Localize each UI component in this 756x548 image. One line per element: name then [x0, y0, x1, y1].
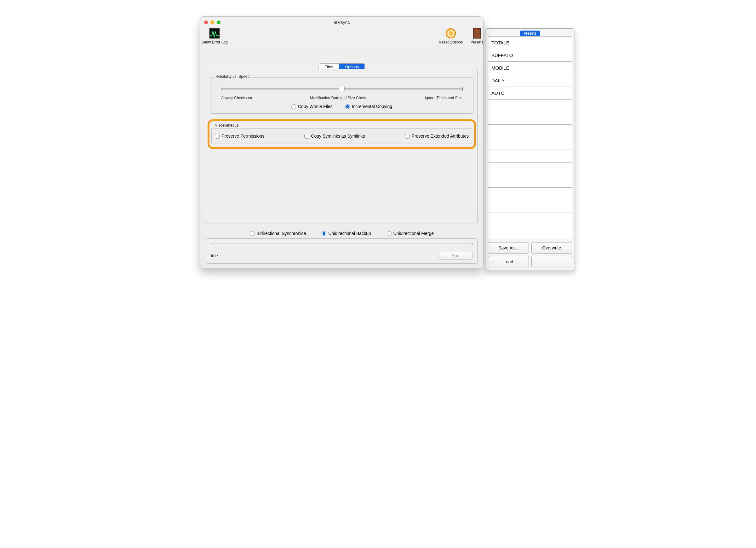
presets-toolbar-button[interactable]: Presets — [467, 26, 486, 44]
preset-item[interactable]: TOTALE — [488, 37, 572, 49]
slider-label-right: Ignore Times and Size — [425, 96, 462, 100]
miscellaneous-group-title: Miscellaneous — [211, 123, 472, 128]
main-window: arRsync Show Error Log Reset Options Pre… — [200, 16, 484, 268]
presets-panel-title: Presets — [520, 31, 540, 36]
slider-label-left: Always Checksum — [221, 96, 252, 100]
progress-bar — [211, 243, 473, 245]
slider-label-mid: Modification Date and Size Check — [310, 96, 367, 100]
presets-list: TOTALE BUFFALO MOBILE DAILY AUTO — [488, 36, 572, 239]
preset-save-as-button[interactable]: Save As... — [488, 242, 529, 254]
preset-item-empty[interactable] — [488, 125, 572, 137]
preset-overwrite-button[interactable]: Overwrite — [531, 242, 572, 254]
preset-item-empty[interactable] — [488, 112, 572, 125]
incremental-copying-radio[interactable]: Incremental Copying — [345, 104, 392, 109]
slider-thumb[interactable] — [339, 86, 345, 92]
preset-item-empty[interactable] — [488, 175, 572, 188]
status-text: Idle — [211, 253, 218, 258]
preset-item[interactable]: MOBILE — [488, 62, 572, 74]
unidirectional-backup-radio[interactable]: Unidirectional Backup — [322, 231, 371, 236]
toolbar-item-label: Reset Options — [437, 40, 465, 44]
preset-item-empty[interactable] — [488, 100, 572, 112]
preset-item[interactable]: AUTO — [488, 87, 572, 100]
reliability-slider[interactable] — [221, 88, 462, 89]
window-title: arRsync — [200, 20, 483, 25]
toolbar-item-label: Presets — [467, 40, 486, 44]
options-pane: Reliability vs. Speed Always Checksum Mo… — [206, 69, 478, 224]
toolbar-item-label: Show Error Log — [200, 40, 229, 44]
preset-item-empty[interactable] — [488, 188, 572, 200]
preserve-permissions-checkbox[interactable]: Preserve Permissions — [215, 134, 264, 139]
status-frame: Idle Run — [206, 238, 478, 264]
presets-panel: Presets TOTALE BUFFALO MOBILE DAILY AUTO… — [485, 28, 575, 271]
preset-item[interactable]: DAILY — [488, 74, 572, 87]
preset-remove-button[interactable]: - — [531, 256, 572, 267]
preset-item-empty[interactable] — [488, 163, 572, 175]
copy-whole-files-radio[interactable]: Copy Whole Files — [291, 104, 333, 109]
run-button[interactable]: Run — [438, 252, 473, 260]
preset-item[interactable]: BUFFALO — [488, 49, 572, 62]
preset-item-empty[interactable] — [488, 213, 572, 225]
reset-options-button[interactable]: Reset Options — [437, 26, 465, 44]
reset-icon — [445, 27, 457, 39]
reliability-group-title: Reliability vs. Speed — [214, 74, 251, 79]
miscellaneous-highlight: Miscellaneous Preserve Permissions Copy … — [208, 119, 476, 149]
unidirectional-merge-radio[interactable]: Unidirectional Merge — [387, 231, 434, 236]
preset-item-empty[interactable] — [488, 137, 572, 150]
bidirectional-sync-radio[interactable]: Bidirectional Synchronise — [250, 231, 306, 236]
presets-icon — [471, 27, 483, 39]
preset-item-empty[interactable] — [488, 150, 572, 163]
svg-rect-5 — [476, 28, 477, 31]
show-error-log-button[interactable]: Show Error Log — [200, 26, 229, 44]
sync-mode-row: Bidirectional Synchronise Unidirectional… — [206, 231, 478, 236]
copy-symlinks-checkbox[interactable]: Copy Symlinks as Symlinks — [304, 134, 365, 139]
preset-item-empty[interactable] — [488, 200, 572, 213]
toolbar: Show Error Log Reset Options Presets — [200, 26, 483, 58]
waveform-icon — [209, 27, 221, 39]
preset-load-button[interactable]: Load — [488, 256, 529, 267]
preserve-xattrs-checkbox[interactable]: Preserve Extended Attributes — [405, 134, 469, 139]
